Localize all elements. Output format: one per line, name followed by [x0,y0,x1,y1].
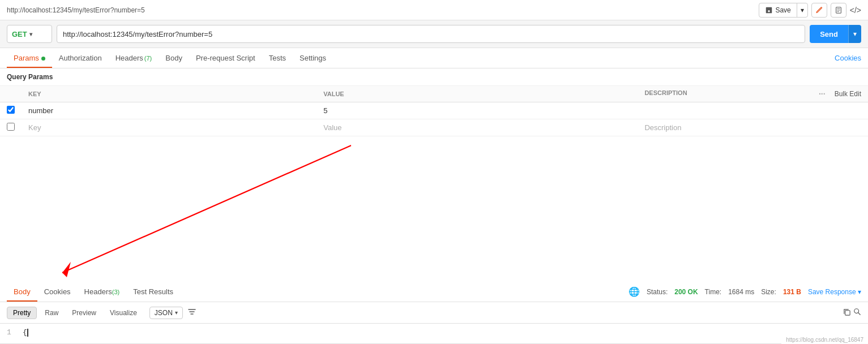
more-options-icon[interactable]: ··· [819,89,826,98]
globe-icon: 🌐 [628,286,640,297]
empty-value-cell[interactable]: Value [317,119,638,136]
pencil-icon [815,6,823,14]
empty-key-cell[interactable]: Key [22,119,317,136]
method-label: GET [12,30,27,38]
bulk-edit-button[interactable]: Bulk Edit [835,90,861,98]
table-row-empty: Key Value Description [0,119,868,136]
svg-line-4 [62,145,351,273]
response-tab-cookies[interactable]: Cookies [37,283,78,302]
url-input[interactable] [57,25,805,43]
request-area: GET ▾ Send ▾ Params Authorization Header… [0,20,868,136]
send-button[interactable]: Send ▾ [810,25,861,43]
send-button-main[interactable]: Send [810,25,848,43]
response-meta: 🌐 Status: 200 OK Time: 1684 ms Size: 131… [628,286,861,297]
empty-checkbox-cell[interactable] [0,119,22,136]
key-cell[interactable]: number [22,102,317,119]
copy-icon [843,308,851,316]
svg-line-8 [858,313,861,315]
value-cell[interactable]: 5 [317,102,638,119]
text-cursor [27,329,28,337]
format-arrow: ▾ [175,309,178,316]
headers-badge: (7) [144,55,152,62]
document-icon [835,6,843,14]
tab-pre-request[interactable]: Pre-request Script [189,49,262,68]
preview-button[interactable]: Preview [66,307,102,319]
code-area: 1 { [0,324,868,344]
url-bar: GET ▾ Send ▾ [0,20,868,48]
middle-spacer [0,136,868,282]
code-toggle-button[interactable]: </> [850,6,861,15]
description-header: DESCRIPTION ··· Bulk Edit [638,86,868,102]
send-button-arrow[interactable]: ▾ [848,25,861,43]
format-label: JSON [155,309,173,317]
doc-icon-button[interactable] [831,3,846,18]
svg-rect-6 [845,310,850,315]
copy-button[interactable] [843,308,851,318]
arrow-line [0,136,868,282]
checkbox-header [0,86,22,102]
status-code: 200 OK [674,288,698,296]
tab-tests[interactable]: Tests [262,49,293,68]
pretty-button[interactable]: Pretty [7,307,37,319]
svg-marker-5 [62,262,71,277]
response-tab-body[interactable]: Body [7,283,37,302]
key-header: KEY [22,86,317,102]
request-tabs: Params Authorization Headers(7) Body Pre… [0,48,868,68]
tab-params[interactable]: Params [7,49,52,68]
save-button-label[interactable]: Save [759,3,797,17]
tab-body[interactable]: Body [159,49,189,68]
cookies-link[interactable]: Cookies [835,54,861,62]
empty-description-cell[interactable]: Description [638,119,868,136]
params-dot [41,57,45,61]
code-content[interactable]: { [23,328,861,339]
params-table: KEY VALUE DESCRIPTION ··· Bulk Edit [0,86,868,136]
tab-settings[interactable]: Settings [293,49,333,68]
query-params-label: Query Params [0,68,868,86]
save-button[interactable]: Save ▾ [759,3,807,18]
response-tab-headers[interactable]: Headers(3) [78,283,127,302]
description-cell[interactable] [638,102,868,119]
save-response-button[interactable]: Save Response ▾ [808,288,861,296]
line-numbers: 1 [7,328,16,339]
response-headers-badge: (3) [112,289,119,295]
top-bar-actions: Save ▾ </> [759,3,861,18]
filter-icon[interactable] [187,307,196,318]
format-selector[interactable]: JSON ▾ [149,307,183,319]
raw-button[interactable]: Raw [39,307,64,319]
search-icon [853,308,861,316]
window-url: http://localhost:12345/my/testError?numb… [7,6,145,14]
status-label: Status: [647,288,668,296]
save-icon [765,6,773,14]
checkbox-cell[interactable] [0,102,22,119]
value-header: VALUE [317,86,638,102]
response-tabs: Body Cookies Headers(3) Test Results 🌐 S… [0,282,868,302]
method-arrow: ▾ [29,31,32,37]
size-label: Size: [761,288,776,296]
search-button[interactable] [853,308,861,317]
edit-icon-button[interactable] [811,3,827,18]
row-checkbox[interactable] [7,106,15,114]
table-row: number 5 [0,102,868,119]
body-toolbar: Pretty Raw Preview Visualize JSON ▾ [0,302,868,324]
top-bar: http://localhost:12345/my/testError?numb… [0,0,868,20]
main-content: GET ▾ Send ▾ Params Authorization Header… [0,20,868,344]
time-value: 1684 ms [728,288,754,296]
time-label: Time: [705,288,722,296]
method-selector[interactable]: GET ▾ [7,25,52,43]
query-params-section: Query Params KEY VALUE DESCRIPTION ··· B… [0,68,868,136]
save-dropdown-arrow[interactable]: ▾ [797,3,807,17]
size-value: 131 B [783,288,801,296]
visualize-button[interactable]: Visualize [104,307,143,319]
tab-authorization[interactable]: Authorization [52,49,109,68]
response-area: Body Cookies Headers(3) Test Results 🌐 S… [0,282,868,344]
tab-headers[interactable]: Headers(7) [109,49,159,68]
attribution: https://blog.csdn.net/qq_16847 [781,336,868,344]
empty-row-checkbox[interactable] [7,123,15,131]
response-tab-test-results[interactable]: Test Results [126,283,180,302]
